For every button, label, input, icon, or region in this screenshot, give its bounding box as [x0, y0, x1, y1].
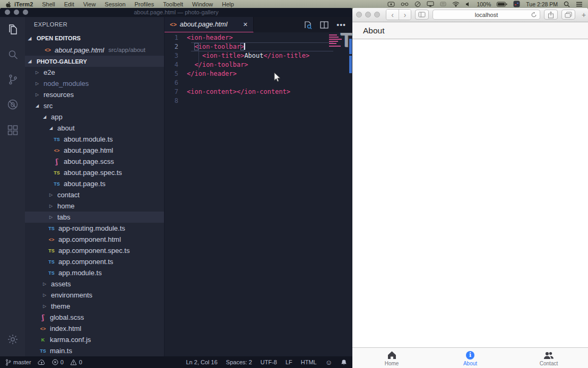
- language-mode-status[interactable]: HTML: [301, 359, 317, 365]
- menu-extra-app-icon[interactable]: [513, 1, 520, 7]
- code-editor[interactable]: 1<ion-header>2 <ion-toolbar>3 <ion-title…: [165, 32, 352, 356]
- source-control-icon[interactable]: [0, 67, 25, 92]
- tree-item-tabs[interactable]: ▷tabs: [25, 212, 164, 223]
- tab-about-page-html[interactable]: <> about.page.html ✕: [165, 17, 254, 32]
- tree-item-app.component.ts[interactable]: TSapp.component.ts: [25, 256, 164, 267]
- wifi-icon[interactable]: [452, 2, 460, 7]
- search-icon[interactable]: [0, 42, 25, 67]
- menu-item-session[interactable]: Session: [105, 1, 125, 7]
- do-not-disturb-icon[interactable]: [414, 1, 421, 7]
- more-actions-icon[interactable]: •••: [336, 22, 346, 28]
- tree-item-assets[interactable]: ▷assets: [25, 278, 164, 290]
- tree-item-environments[interactable]: ▷environments: [25, 290, 164, 301]
- tree-item-global.scss[interactable]: ʃglobal.scss: [25, 312, 164, 323]
- tree-item-contact[interactable]: ▷contact: [25, 189, 164, 200]
- apple-menu[interactable]: [5, 1, 11, 7]
- notifications-bell-icon[interactable]: [341, 359, 347, 366]
- explorer-icon[interactable]: [0, 17, 25, 42]
- show-tabs-button[interactable]: [561, 10, 575, 20]
- tree-item-node_modules[interactable]: ▷node_modules: [25, 78, 164, 89]
- eol-status[interactable]: LF: [286, 359, 292, 365]
- debug-icon[interactable]: [0, 92, 25, 117]
- menu-item-help[interactable]: Help: [222, 1, 234, 7]
- forward-button[interactable]: ›: [399, 10, 411, 20]
- publish-changes-button[interactable]: [38, 360, 46, 365]
- keyboard-brightness-icon[interactable]: [440, 2, 446, 6]
- new-tab-button[interactable]: +: [579, 11, 588, 19]
- code-line-3[interactable]: 3 <ion-title>About</ion-title>: [165, 51, 352, 60]
- close-window-button[interactable]: [356, 12, 362, 17]
- tree-item-app.component.spec.ts[interactable]: TSapp.component.spec.ts: [25, 245, 164, 256]
- tree-item-karma.conf.js[interactable]: Kkarma.conf.js: [25, 334, 164, 345]
- menu-item-toolbelt[interactable]: Toolbelt: [163, 1, 183, 7]
- tree-item-about.page.html[interactable]: <>about.page.html: [25, 145, 164, 156]
- zoom-window-button[interactable]: [374, 12, 380, 17]
- indentation-status[interactable]: Spaces: 2: [226, 359, 252, 365]
- tree-item-about.page.scss[interactable]: ʃabout.page.scss: [25, 156, 164, 167]
- chevron-collapsed-icon: ▷: [49, 215, 55, 220]
- code-line-1[interactable]: 1<ion-header>: [165, 33, 352, 42]
- share-button[interactable]: [544, 10, 558, 20]
- notification-center-icon[interactable]: [576, 2, 583, 7]
- airplay-display-icon[interactable]: [427, 1, 434, 7]
- warnings-status[interactable]: 0: [70, 359, 82, 365]
- errors-status[interactable]: 0: [52, 359, 64, 365]
- tab-about[interactable]: i About: [431, 348, 509, 368]
- extensions-icon[interactable]: [0, 117, 25, 142]
- tree-item-app.component.html[interactable]: <>app.component.html: [25, 234, 164, 245]
- git-branch-status[interactable]: master: [5, 359, 31, 366]
- spotlight-icon[interactable]: [564, 1, 570, 7]
- menu-item-iterm2[interactable]: iTerm2: [14, 1, 33, 7]
- code-line-4[interactable]: 4 </ion-toolbar>: [165, 60, 352, 69]
- close-tab-icon[interactable]: ✕: [243, 21, 248, 28]
- tree-item-index.html[interactable]: <>index.html: [25, 323, 164, 334]
- settings-gear-icon[interactable]: [0, 327, 25, 352]
- menu-item-shell[interactable]: Shell: [42, 1, 55, 7]
- menu-item-view[interactable]: View: [83, 1, 96, 7]
- address-bar[interactable]: localhost: [433, 10, 540, 20]
- tree-item-about.page.ts[interactable]: TSabout.page.ts: [25, 178, 164, 189]
- code-line-8[interactable]: 8: [165, 97, 352, 106]
- tree-item-resources[interactable]: ▷resources: [25, 89, 164, 100]
- encoding-status[interactable]: UTF-8: [261, 359, 277, 365]
- minimize-window-button[interactable]: [365, 12, 371, 17]
- open-editors-section[interactable]: ◢ OPEN EDITORS: [25, 32, 164, 44]
- open-editor-item[interactable]: <> about.page.html src/app/about: [25, 44, 164, 56]
- menu-item-window[interactable]: Window: [192, 1, 213, 7]
- sidebar-toggle-button[interactable]: [415, 10, 429, 20]
- tree-item-e2e[interactable]: ▷e2e: [25, 67, 164, 78]
- tree-item-src[interactable]: ◢src: [25, 100, 164, 111]
- back-button[interactable]: ‹: [386, 10, 399, 20]
- menu-item-profiles[interactable]: Profiles: [135, 1, 154, 7]
- tree-item-app.module.ts[interactable]: TSapp.module.ts: [25, 267, 164, 278]
- cursor-position-status[interactable]: Ln 2, Col 16: [186, 359, 218, 365]
- tree-item-about.module.ts[interactable]: TSabout.module.ts: [25, 134, 164, 145]
- tree-item-main.ts[interactable]: TSmain.ts: [25, 345, 164, 356]
- split-editor-icon[interactable]: [320, 21, 328, 29]
- project-section-header[interactable]: ◢ PHOTO-GALLERY: [25, 56, 164, 67]
- tree-item-app-routing.module.ts[interactable]: TSapp-routing.module.ts: [25, 223, 164, 234]
- reload-icon[interactable]: [531, 12, 537, 19]
- menubar-clock[interactable]: Tue 2:28 PM: [526, 1, 558, 7]
- battery-icon[interactable]: [497, 2, 507, 7]
- vscode-titlebar[interactable]: about.page.html — photo-gallery: [0, 7, 352, 17]
- tab-contact[interactable]: Contact: [509, 348, 588, 368]
- code-line-7[interactable]: 7<ion-content></ion-content>: [165, 87, 352, 97]
- menu-item-edit[interactable]: Edit: [64, 1, 74, 7]
- code-line-2[interactable]: 2 <ion-toolbar>: [165, 42, 352, 51]
- tree-item-theme[interactable]: ▷theme: [25, 301, 164, 312]
- tab-home[interactable]: Home: [352, 348, 431, 368]
- explorer-sidebar: EXPLORER ◢ OPEN EDITORS <> about.page.ht…: [25, 17, 165, 356]
- code-line-6[interactable]: 6: [165, 78, 352, 87]
- tree-item-about.page.spec.ts[interactable]: TSabout.page.spec.ts: [25, 167, 164, 178]
- editor-tabbar: <> about.page.html ✕ •••: [165, 17, 352, 32]
- feedback-smiley-icon[interactable]: ☺: [325, 358, 332, 366]
- tree-item-home[interactable]: ▷home: [25, 200, 164, 212]
- tree-item-app[interactable]: ◢app: [25, 111, 164, 122]
- find-in-file-icon[interactable]: [304, 21, 312, 29]
- tree-item-about[interactable]: ◢about: [25, 122, 164, 134]
- code-line-5[interactable]: 5</ion-header>: [165, 69, 352, 78]
- screen-record-icon[interactable]: [387, 2, 395, 7]
- volume-icon[interactable]: [465, 2, 471, 7]
- glasses-icon[interactable]: [401, 2, 409, 6]
